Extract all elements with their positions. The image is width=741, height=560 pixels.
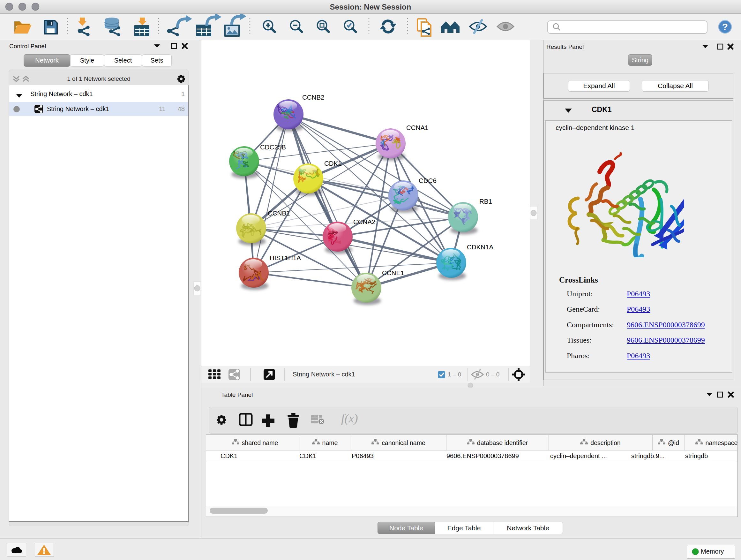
svg-text:RB1: RB1	[479, 198, 492, 205]
svg-text:CCNE1: CCNE1	[382, 269, 404, 276]
svg-text:CDKN1A: CDKN1A	[467, 243, 493, 251]
svg-text:?: ?	[722, 21, 728, 32]
svg-text:CCNA1: CCNA1	[406, 124, 428, 131]
svg-text:HIST1H1A: HIST1H1A	[270, 254, 301, 261]
svg-text:CCNB1: CCNB1	[268, 209, 290, 217]
svg-text:CDK1: CDK1	[324, 160, 342, 167]
svg-text:CCNA2: CCNA2	[353, 218, 376, 226]
svg-text:CCNB2: CCNB2	[302, 94, 325, 101]
svg-text:CDC25B: CDC25B	[260, 143, 286, 151]
svg-text:CDC6: CDC6	[419, 177, 436, 184]
